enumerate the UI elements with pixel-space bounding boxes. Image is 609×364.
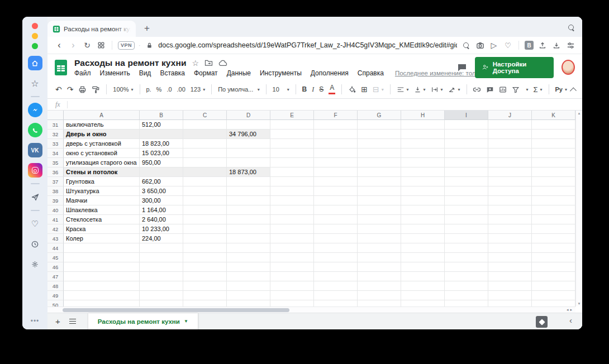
cell-B32[interactable]	[140, 130, 183, 139]
tune-sliders-icon[interactable]	[565, 41, 575, 50]
cell-G49[interactable]	[358, 291, 401, 300]
cell-H48[interactable]	[401, 281, 445, 291]
cell-H39[interactable]	[401, 196, 445, 205]
row-header-47[interactable]: 47	[47, 272, 64, 281]
decrease-decimals-button[interactable]: .0	[166, 86, 172, 93]
cell-B45[interactable]	[140, 253, 183, 262]
cell-F42[interactable]	[314, 224, 358, 234]
cell-G33[interactable]	[358, 139, 401, 149]
cell-E43[interactable]	[270, 234, 314, 243]
cell-D41[interactable]	[227, 215, 270, 224]
menu-edit[interactable]: Изменить	[100, 69, 130, 77]
vpn-badge[interactable]: VPN	[118, 41, 135, 50]
cell-A37[interactable]: Грунтовка	[64, 177, 140, 186]
cell-F48[interactable]	[314, 281, 358, 291]
cell-H47[interactable]	[401, 272, 445, 281]
row-header-50[interactable]: 50	[47, 300, 64, 306]
lock-icon[interactable]	[144, 42, 154, 49]
cell-A36[interactable]: Стены и потолок	[64, 167, 140, 177]
cell-H43[interactable]	[401, 234, 445, 243]
cell-K47[interactable]	[532, 272, 575, 281]
vertical-scrollbar[interactable]: ▲ ▼	[575, 111, 582, 306]
cell-C42[interactable]	[183, 224, 227, 234]
functions-select[interactable]: Σ▾	[534, 85, 543, 94]
cell-G50[interactable]	[358, 300, 401, 306]
zoom-window-button[interactable]	[32, 43, 38, 49]
cell-A33[interactable]: дверь с установкой	[64, 139, 140, 149]
row-header-46[interactable]: 46	[47, 262, 64, 272]
cell-H49[interactable]	[401, 291, 445, 300]
paint-format-icon[interactable]	[92, 85, 100, 94]
cell-E38[interactable]	[270, 186, 314, 196]
cell-J32[interactable]	[488, 130, 532, 139]
cell-D32[interactable]: 34 796,00	[227, 130, 270, 139]
add-sheet-icon[interactable]: +	[55, 317, 60, 326]
cell-J48[interactable]	[488, 281, 532, 291]
cell-C31[interactable]	[183, 120, 227, 130]
borders-icon[interactable]: ⊞	[361, 85, 368, 94]
cell-D42[interactable]	[227, 224, 270, 234]
cell-A49[interactable]	[64, 291, 140, 300]
menu-addons[interactable]: Дополнения	[311, 69, 349, 77]
cell-H33[interactable]	[401, 139, 445, 149]
cell-C35[interactable]	[183, 158, 227, 167]
text-color-button[interactable]: A	[329, 84, 335, 94]
cell-D50[interactable]	[227, 300, 270, 306]
cell-C45[interactable]	[183, 253, 227, 262]
row-header-34[interactable]: 34	[47, 149, 64, 158]
cell-A41[interactable]: Стеклосетка	[64, 215, 140, 224]
cell-E32[interactable]	[270, 130, 314, 139]
cell-F46[interactable]	[314, 262, 358, 272]
bookmark-heart-icon[interactable]: ♡	[503, 41, 513, 50]
column-header-E[interactable]: E	[270, 111, 314, 120]
insert-comment-icon[interactable]	[486, 86, 494, 93]
cell-G38[interactable]	[358, 186, 401, 196]
cell-J39[interactable]	[488, 196, 532, 205]
cell-A40[interactable]: Шпаклевка	[64, 205, 140, 215]
cell-C40[interactable]	[183, 205, 227, 215]
insert-chart-icon[interactable]	[499, 86, 507, 93]
cell-A31[interactable]: выключатель	[64, 120, 140, 130]
insert-link-icon[interactable]	[473, 86, 481, 93]
cell-D43[interactable]	[227, 234, 270, 243]
cell-B47[interactable]	[140, 272, 183, 281]
menu-data[interactable]: Данные	[227, 69, 251, 77]
cell-D48[interactable]	[227, 281, 270, 291]
row-header-38[interactable]: 38	[47, 186, 64, 196]
cell-C41[interactable]	[183, 215, 227, 224]
cell-F34[interactable]	[314, 149, 358, 158]
row-header-33[interactable]: 33	[47, 139, 64, 149]
cell-I33[interactable]	[445, 139, 488, 149]
cell-I31[interactable]	[445, 120, 488, 130]
cell-A39[interactable]: Маячки	[64, 196, 140, 205]
cell-K38[interactable]	[532, 186, 575, 196]
cell-J46[interactable]	[488, 262, 532, 272]
italic-button[interactable]: I	[312, 85, 314, 94]
cell-C34[interactable]	[183, 149, 227, 158]
cell-A45[interactable]	[64, 253, 140, 262]
cell-G47[interactable]	[358, 272, 401, 281]
cell-I40[interactable]	[445, 205, 488, 215]
cell-D45[interactable]	[227, 253, 270, 262]
cell-K39[interactable]	[532, 196, 575, 205]
reload-icon[interactable]: ↻	[82, 41, 92, 50]
collapse-panel-icon[interactable]: ‹	[569, 315, 572, 325]
cell-D46[interactable]	[227, 262, 270, 272]
zoom-page-icon[interactable]	[461, 42, 471, 49]
cell-E47[interactable]	[270, 272, 314, 281]
cell-F39[interactable]	[314, 196, 358, 205]
cell-D35[interactable]	[227, 158, 270, 167]
cell-G39[interactable]	[358, 196, 401, 205]
cell-H34[interactable]	[401, 149, 445, 158]
cell-H31[interactable]	[401, 120, 445, 130]
cell-D47[interactable]	[227, 272, 270, 281]
cell-D49[interactable]	[227, 291, 270, 300]
row-header-42[interactable]: 42	[47, 224, 64, 234]
cell-F36[interactable]	[314, 167, 358, 177]
row-header-44[interactable]: 44	[47, 243, 64, 253]
cell-A32[interactable]: Дверь и окно	[64, 130, 140, 139]
column-header-J[interactable]: J	[488, 111, 532, 120]
cell-K33[interactable]	[532, 139, 575, 149]
bookmarks-seal-icon[interactable]: ☆	[28, 76, 42, 90]
format-percent-button[interactable]: %	[156, 86, 162, 93]
